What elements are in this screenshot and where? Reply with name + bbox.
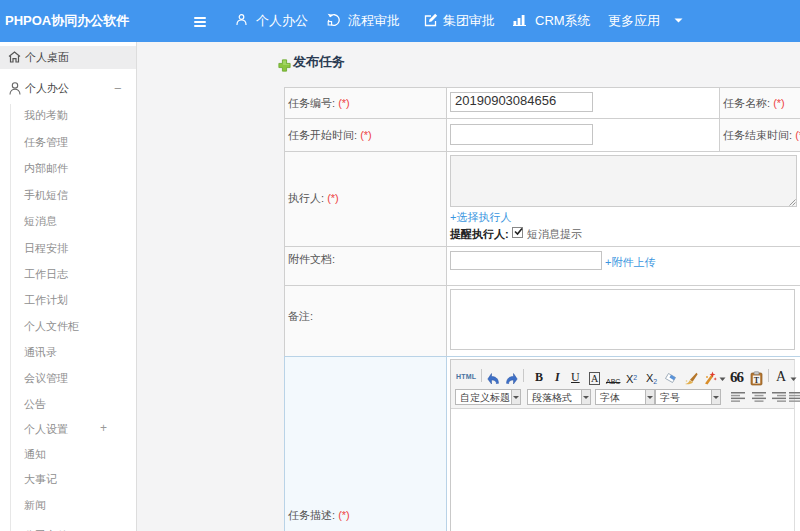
svg-text:T: T (754, 376, 760, 385)
